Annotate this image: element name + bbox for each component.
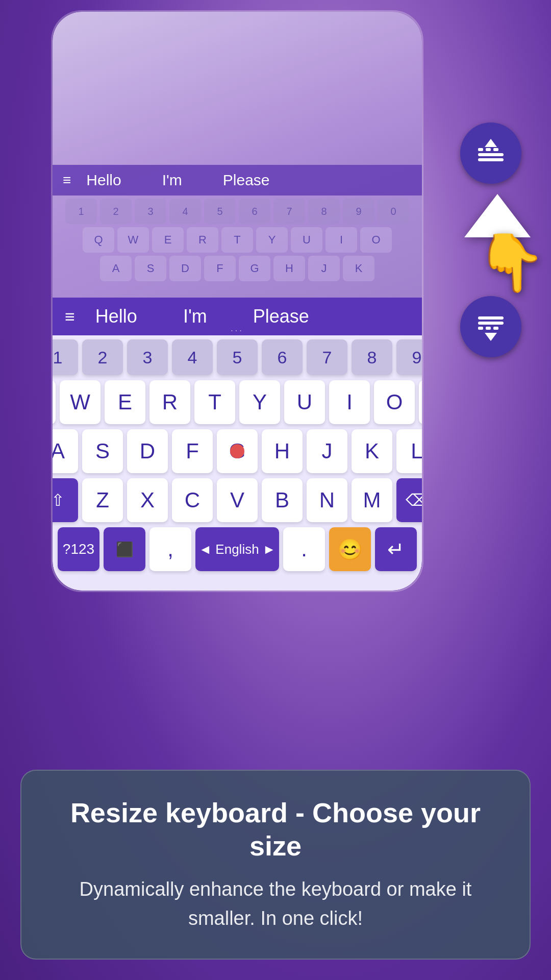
key-v[interactable]: V xyxy=(217,478,258,522)
mini-key-i[interactable]: I xyxy=(325,227,357,253)
key-y[interactable]: Y xyxy=(239,380,280,424)
mini-suggestion-im[interactable]: I'm xyxy=(162,172,182,189)
period-key[interactable]: . xyxy=(283,527,325,571)
mini-key-d[interactable]: D xyxy=(169,256,201,281)
mini-key-4[interactable]: 4 xyxy=(169,199,201,224)
mini-menu-icon[interactable]: ≡ xyxy=(63,172,71,188)
mini-key-j[interactable]: J xyxy=(308,256,340,281)
phone-frame: ≡ Hello I'm Please 1 2 3 4 5 6 7 8 9 xyxy=(51,10,423,592)
main-suggestion-bar: ≡ Hello I'm Please ··· xyxy=(53,298,422,335)
mini-key-7[interactable]: 7 xyxy=(273,199,305,224)
key-w[interactable]: W xyxy=(60,380,101,424)
mini-key-8[interactable]: 8 xyxy=(308,199,340,224)
svg-rect-1 xyxy=(478,158,504,161)
svg-rect-0 xyxy=(478,153,504,156)
mini-key-t[interactable]: T xyxy=(221,227,253,253)
key-j[interactable]: J xyxy=(307,429,347,473)
key-9[interactable]: 9 xyxy=(396,339,422,375)
mini-suggestion-hello[interactable]: Hello xyxy=(86,172,121,189)
key-1[interactable]: 1 xyxy=(53,339,78,375)
symbol-key[interactable]: ?123 xyxy=(58,527,99,571)
key-m[interactable]: M xyxy=(352,478,392,522)
key-i[interactable]: I xyxy=(329,380,370,424)
key-q[interactable]: Q xyxy=(53,380,56,424)
enter-key[interactable]: ↵ xyxy=(375,527,417,571)
suggestion-dots: ··· xyxy=(231,326,243,335)
mini-key-s[interactable]: S xyxy=(135,256,166,281)
key-h[interactable]: H xyxy=(262,429,303,473)
language-key[interactable]: ◄ English ► xyxy=(195,527,279,571)
key-2[interactable]: 2 xyxy=(82,339,123,375)
mini-suggestion-please[interactable]: Please xyxy=(223,172,270,189)
svg-rect-6 xyxy=(478,316,504,320)
key-x[interactable]: X xyxy=(127,478,168,522)
arrow-up-container: 👇 xyxy=(464,194,531,237)
key-3[interactable]: 3 xyxy=(127,339,168,375)
key-p[interactable]: P xyxy=(419,380,422,424)
mini-number-row: 1 2 3 4 5 6 7 8 9 0 xyxy=(57,199,418,224)
svg-rect-8 xyxy=(478,327,483,330)
mini-key-y[interactable]: Y xyxy=(256,227,288,253)
key-a[interactable]: A xyxy=(53,429,78,473)
mini-key-9[interactable]: 9 xyxy=(343,199,374,224)
mini-key-6[interactable]: 6 xyxy=(239,199,270,224)
shift-key[interactable]: ⇧ xyxy=(53,478,78,522)
mini-key-a[interactable]: A xyxy=(100,256,132,281)
key-c[interactable]: C xyxy=(172,478,213,522)
mini-key-2[interactable]: 2 xyxy=(100,199,132,224)
key-k[interactable]: K xyxy=(352,429,392,473)
key-6[interactable]: 6 xyxy=(262,339,303,375)
key-7[interactable]: 7 xyxy=(307,339,347,375)
key-4[interactable]: 4 xyxy=(172,339,213,375)
asdf-row: A S D F G H J K L xyxy=(58,429,417,473)
mini-key-u[interactable]: U xyxy=(291,227,322,253)
svg-rect-7 xyxy=(478,322,504,325)
mini-key-w[interactable]: W xyxy=(117,227,149,253)
key-d[interactable]: D xyxy=(127,429,168,473)
comma-key[interactable]: , xyxy=(149,527,191,571)
mini-key-f[interactable]: F xyxy=(204,256,236,281)
backspace-key[interactable]: ⌫ xyxy=(396,478,422,522)
svg-marker-5 xyxy=(485,139,497,147)
key-u[interactable]: U xyxy=(284,380,325,424)
key-l[interactable]: L xyxy=(396,429,422,473)
suggestion-hello[interactable]: Hello xyxy=(95,306,137,327)
key-o[interactable]: O xyxy=(374,380,415,424)
mini-key-5[interactable]: 5 xyxy=(204,199,236,224)
mini-key-k[interactable]: K xyxy=(343,256,374,281)
key-b[interactable]: B xyxy=(262,478,303,522)
mini-key-e[interactable]: E xyxy=(152,227,184,253)
zxcv-row: ⇧ Z X C V B N M ⌫ xyxy=(58,478,417,522)
g-dot-indicator xyxy=(230,444,244,458)
suggestion-im[interactable]: I'm xyxy=(183,306,207,327)
svg-rect-10 xyxy=(493,327,498,330)
mini-key-3[interactable]: 3 xyxy=(135,199,166,224)
key-f[interactable]: F xyxy=(172,429,213,473)
key-t[interactable]: T xyxy=(194,380,235,424)
main-menu-icon[interactable]: ≡ xyxy=(65,307,75,327)
mini-key-q[interactable]: Q xyxy=(83,227,114,253)
mini-key-o[interactable]: O xyxy=(360,227,392,253)
translate-key[interactable]: ⬛ xyxy=(104,527,145,571)
suggestion-please[interactable]: Please xyxy=(253,306,309,327)
key-z[interactable]: Z xyxy=(82,478,123,522)
key-e[interactable]: E xyxy=(105,380,145,424)
mini-key-0[interactable]: 0 xyxy=(378,199,409,224)
key-5[interactable]: 5 xyxy=(217,339,258,375)
phone-screen: ≡ Hello I'm Please 1 2 3 4 5 6 7 8 9 xyxy=(53,12,422,591)
emoji-key[interactable]: 😊 xyxy=(329,527,371,571)
mini-key-h[interactable]: H xyxy=(273,256,305,281)
svg-marker-11 xyxy=(485,333,497,341)
mini-suggestion-bar: ≡ Hello I'm Please xyxy=(53,165,422,195)
key-8[interactable]: 8 xyxy=(352,339,392,375)
mini-key-g[interactable]: G xyxy=(239,256,270,281)
svg-rect-3 xyxy=(486,148,491,151)
key-n[interactable]: N xyxy=(307,478,347,522)
key-g[interactable]: G xyxy=(217,429,258,473)
mini-key-1[interactable]: 1 xyxy=(65,199,97,224)
key-r[interactable]: R xyxy=(149,380,190,424)
keyboard-down-button[interactable] xyxy=(460,296,521,357)
keyboard-up-button[interactable] xyxy=(460,122,521,184)
mini-key-r[interactable]: R xyxy=(187,227,218,253)
key-s[interactable]: S xyxy=(82,429,123,473)
